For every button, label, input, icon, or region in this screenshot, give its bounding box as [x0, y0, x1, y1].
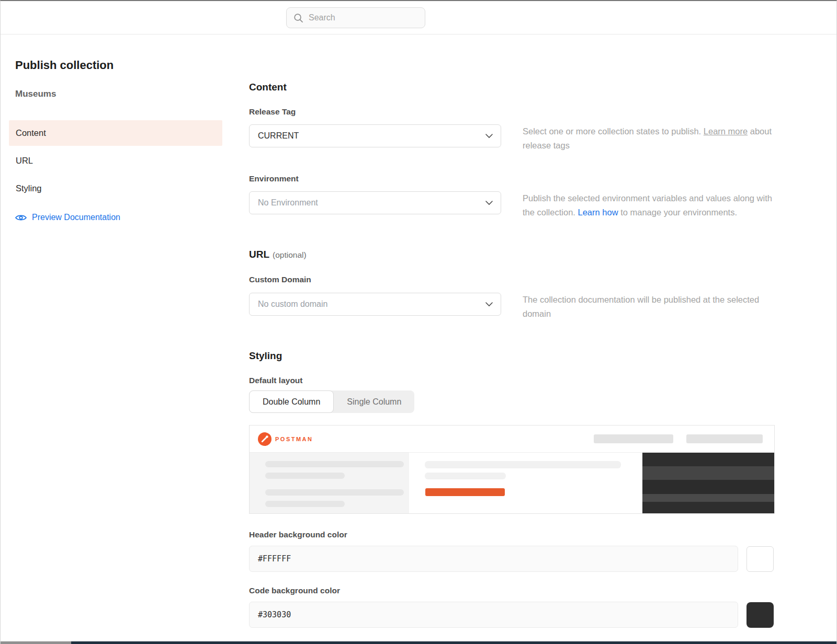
- code-line: [642, 453, 774, 466]
- styling-section-heading: Styling: [249, 350, 775, 362]
- environment-value: No Environment: [258, 198, 318, 208]
- release-tag-value: CURRENT: [258, 131, 299, 141]
- window-edge-strip: [1, 641, 836, 644]
- accent-bar: [425, 488, 505, 496]
- code-bg-color-input[interactable]: #303030: [249, 602, 738, 628]
- environment-dropdown[interactable]: No Environment: [249, 191, 501, 214]
- preview-sidebar-placeholder: [250, 453, 409, 513]
- code-line: [642, 480, 774, 494]
- preview-body: [250, 453, 774, 513]
- code-line: [642, 494, 774, 502]
- custom-domain-label: Custom Domain: [249, 275, 775, 284]
- postman-logo-icon: [258, 432, 272, 446]
- sidebar-item-content[interactable]: Content: [9, 120, 222, 146]
- search-icon: [293, 13, 303, 23]
- main-panel: Content Release Tag CURRENT Select one o…: [249, 34, 775, 644]
- top-bar: [1, 1, 836, 34]
- release-tag-help-text: Select one or more collection states to …: [523, 126, 701, 136]
- placeholder-bar: [265, 461, 404, 467]
- environment-label: Environment: [249, 174, 775, 183]
- url-section-heading: URL(optional): [249, 248, 775, 261]
- placeholder-bar: [265, 473, 345, 479]
- preview-header-placeholder: [686, 434, 763, 443]
- content-section-heading: Content: [249, 81, 775, 93]
- search-input[interactable]: [309, 13, 413, 22]
- preview-documentation-label: Preview Documentation: [32, 213, 120, 222]
- window-edge-strip-left: [1, 641, 71, 644]
- preview-header: POSTMAN: [250, 426, 774, 453]
- code-line: [642, 466, 774, 480]
- preview-doc-placeholder: [409, 453, 642, 513]
- double-column-option[interactable]: Double Column: [249, 390, 334, 413]
- custom-domain-help: The collection documentation will be pub…: [523, 293, 773, 321]
- code-bg-color-swatch[interactable]: [746, 602, 774, 628]
- custom-domain-dropdown[interactable]: No custom domain: [249, 293, 501, 316]
- header-bg-color-swatch[interactable]: [746, 546, 774, 572]
- sidebar: Publish collection Museums Content URL S…: [1, 34, 231, 222]
- sidebar-nav: Content URL Styling: [1, 120, 231, 201]
- environment-help: Publish the selected environment variabl…: [523, 191, 773, 220]
- url-optional-text: (optional): [273, 250, 307, 259]
- preview-documentation-link[interactable]: Preview Documentation: [15, 213, 231, 222]
- collection-name: Museums: [15, 89, 231, 99]
- learn-more-link[interactable]: Learn more: [704, 126, 748, 136]
- placeholder-bar: [265, 489, 404, 496]
- header-bg-color-input[interactable]: #FFFFFF: [249, 546, 738, 572]
- header-bg-color-label: Header background color: [249, 530, 775, 539]
- custom-domain-help-text: The collection documentation will be pub…: [523, 295, 759, 318]
- placeholder-bar: [265, 501, 345, 507]
- preview-code-placeholder: [642, 453, 774, 513]
- sidebar-item-styling[interactable]: Styling: [9, 176, 222, 201]
- layout-preview: POSTMAN: [249, 425, 775, 514]
- sidebar-item-url[interactable]: URL: [9, 148, 222, 174]
- preview-header-placeholder: [594, 434, 673, 443]
- postman-logo-text: POSTMAN: [275, 436, 313, 442]
- page-title: Publish collection: [15, 59, 231, 72]
- custom-domain-value: No custom domain: [258, 300, 327, 309]
- release-tag-dropdown[interactable]: CURRENT: [249, 124, 501, 147]
- single-column-option[interactable]: Single Column: [334, 390, 414, 413]
- release-tag-help: Select one or more collection states to …: [523, 124, 773, 153]
- code-line: [642, 502, 774, 513]
- code-bg-color-label: Code background color: [249, 586, 775, 595]
- placeholder-bar: [425, 473, 506, 479]
- placeholder-bar: [425, 461, 621, 468]
- environment-help-suffix: to manage your environments.: [620, 208, 737, 217]
- url-heading-text: URL: [249, 249, 269, 260]
- postman-logo: POSTMAN: [258, 432, 313, 446]
- learn-how-link[interactable]: Learn how: [578, 208, 618, 217]
- default-layout-label: Default layout: [249, 376, 775, 385]
- search-box[interactable]: [286, 7, 425, 28]
- chevron-down-icon: [485, 134, 493, 139]
- eye-icon: [15, 214, 27, 222]
- layout-toggle: Double Column Single Column: [249, 390, 414, 413]
- chevron-down-icon: [485, 201, 493, 205]
- release-tag-label: Release Tag: [249, 107, 775, 117]
- chevron-down-icon: [485, 302, 493, 307]
